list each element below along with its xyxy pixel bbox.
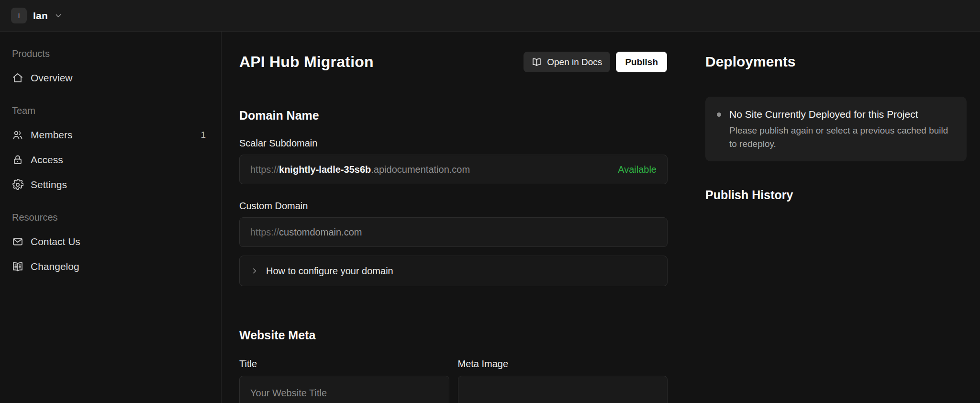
sidebar-item-label: Access (31, 154, 63, 166)
page-title: API Hub Migration (239, 53, 374, 71)
custom-domain-placeholder-scheme: https:// (250, 227, 279, 238)
sidebar-item-members[interactable]: Members 1 (12, 123, 210, 147)
meta-image-cell: Meta Image (458, 358, 668, 403)
lock-icon (12, 154, 23, 166)
sidebar-item-contact-us[interactable]: Contact Us (12, 229, 210, 254)
sidebar-item-changelog[interactable]: Changelog (12, 254, 210, 279)
subdomain-value: knightly-ladle-35s6b (279, 164, 371, 175)
sidebar-item-label: Changelog (31, 261, 79, 272)
main-content: API Hub Migration Open in Docs Publish D… (222, 32, 685, 403)
website-title-input[interactable] (239, 376, 449, 403)
meta-image-label: Meta Image (458, 358, 668, 369)
meta-title-cell: Title (239, 358, 449, 403)
configure-domain-disclosure[interactable]: How to configure your domain (239, 256, 668, 286)
configure-domain-label: How to configure your domain (266, 266, 393, 277)
sidebar-section-team: Team Members 1 Access (12, 105, 210, 197)
sidebar-item-overview[interactable]: Overview (12, 66, 210, 90)
notice-title: No Site Currently Deployed for this Proj… (729, 108, 955, 121)
custom-domain-input[interactable]: https://customdomain.com (239, 217, 668, 247)
users-icon (12, 129, 23, 141)
sidebar: Products Overview Team Members 1 (0, 32, 222, 403)
custom-domain-placeholder-host: customdomain.com (279, 227, 362, 238)
publish-button[interactable]: Publish (616, 52, 667, 72)
scalar-subdomain-label: Scalar Subdomain (239, 138, 667, 149)
availability-status: Available (618, 164, 657, 175)
domain-name-heading: Domain Name (239, 109, 667, 123)
publish-history-heading: Publish History (705, 188, 967, 202)
website-meta-grid: Title Meta Image (239, 358, 668, 403)
sidebar-item-label: Settings (31, 179, 67, 190)
notice-description: Please publish again or select a previou… (729, 124, 955, 150)
main-header: API Hub Migration Open in Docs Publish (239, 52, 667, 72)
scalar-subdomain-input[interactable]: https://knightly-ladle-35s6b.apidocument… (239, 155, 668, 184)
website-meta-heading: Website Meta (239, 328, 667, 342)
workspace-avatar[interactable]: I (11, 8, 27, 23)
chevron-right-icon (250, 267, 259, 275)
open-in-docs-label: Open in Docs (547, 57, 602, 67)
chevron-down-icon[interactable] (54, 11, 63, 20)
deployments-panel: Deployments No Site Currently Deployed f… (685, 32, 980, 403)
sidebar-section-resources: Resources Contact Us Changelog (12, 212, 210, 279)
topbar: I Ian (0, 0, 980, 32)
sidebar-item-label: Overview (31, 72, 73, 84)
sidebar-section-products: Products Overview (12, 48, 210, 90)
sidebar-section-label: Products (12, 48, 210, 59)
app-window: I Ian Products Overview Team (0, 0, 980, 403)
book-open-icon (532, 57, 542, 67)
changelog-book-icon (12, 261, 23, 272)
open-in-docs-button[interactable]: Open in Docs (523, 52, 610, 72)
status-dot-icon (717, 112, 721, 117)
sidebar-item-access[interactable]: Access (12, 147, 210, 172)
deployments-heading: Deployments (705, 54, 967, 70)
subdomain-scheme: https:// (250, 164, 279, 175)
deployment-notice-card: No Site Currently Deployed for this Proj… (705, 97, 967, 161)
subdomain-suffix: .apidocumentation.com (371, 164, 470, 175)
meta-image-dropzone[interactable] (458, 376, 668, 403)
mail-icon (12, 236, 23, 247)
sidebar-section-label: Team (12, 105, 210, 116)
sidebar-item-label: Members (31, 129, 73, 141)
meta-title-label: Title (239, 358, 449, 369)
sidebar-section-label: Resources (12, 212, 210, 223)
gear-icon (12, 179, 23, 190)
workspace-name[interactable]: Ian (33, 10, 48, 22)
sidebar-item-settings[interactable]: Settings (12, 172, 210, 197)
custom-domain-label: Custom Domain (239, 201, 667, 212)
header-actions: Open in Docs Publish (523, 52, 667, 72)
home-icon (12, 72, 23, 84)
sidebar-item-label: Contact Us (31, 236, 80, 247)
notice-text: No Site Currently Deployed for this Proj… (729, 108, 955, 150)
members-count-badge: 1 (200, 130, 206, 140)
